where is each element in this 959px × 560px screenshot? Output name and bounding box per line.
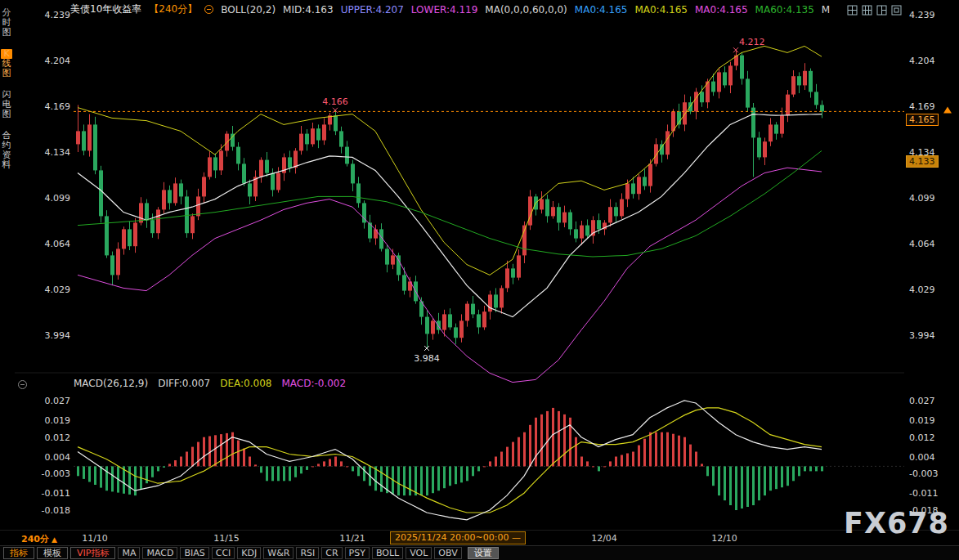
y-tick-label: -0.003 bbox=[42, 468, 70, 479]
macd-header-value: MACD:-0.002 bbox=[281, 378, 346, 389]
toolbar-tab-MA[interactable]: MA bbox=[118, 547, 140, 559]
boll_upper-line bbox=[78, 46, 822, 275]
collapse-indicator-icon[interactable] bbox=[18, 380, 27, 389]
y-tick-label: 4.099 bbox=[909, 193, 935, 204]
y-tick-label: 4.099 bbox=[45, 193, 71, 204]
toolbar-tab-指标[interactable]: 指标 bbox=[3, 547, 34, 559]
trading-terminal: 4.1664.2123.9844.2394.2394.2044.2044.169… bbox=[0, 0, 959, 560]
y-tick-label: 4.029 bbox=[45, 284, 71, 295]
y-tick-label: 4.134 bbox=[45, 147, 71, 158]
price-arrow-icon bbox=[943, 106, 952, 113]
y-tick-label: 0.004 bbox=[45, 452, 71, 463]
toolbar-tab-VIP指标[interactable]: VIP指标 bbox=[70, 547, 115, 559]
zoom-out-icon[interactable] bbox=[204, 5, 213, 14]
chart-canvas[interactable]: 4.1664.2123.9844.2394.2394.2044.2044.169… bbox=[0, 0, 959, 560]
boll_lower-line bbox=[78, 168, 822, 382]
indicator-value: MA0:4.165 bbox=[695, 4, 748, 16]
footer-period-badge[interactable]: 240分▲ bbox=[21, 533, 57, 545]
indicator-value: M bbox=[822, 4, 830, 16]
window-controls bbox=[847, 3, 902, 14]
indicator-value: LOWER:4.119 bbox=[411, 4, 478, 16]
y-tick-label: -0.011 bbox=[42, 488, 70, 499]
toolbar-tab-CCI[interactable]: CCI bbox=[212, 547, 235, 559]
y-tick-label: 4.169 bbox=[45, 101, 71, 112]
left-sidebar: 分时图K线图闪电图合约资料 bbox=[0, 8, 13, 170]
up-triangle-icon: ▲ bbox=[52, 535, 57, 544]
x-tick-label: 12/10 bbox=[711, 533, 737, 544]
toolbar-tab-BIAS[interactable]: BIAS bbox=[180, 547, 208, 559]
y-tick-label: -0.018 bbox=[909, 505, 938, 516]
y-tick-label: 3.994 bbox=[909, 330, 935, 341]
sidebar-tab-1[interactable]: K线图 bbox=[1, 49, 12, 78]
indicator-value: MA0:4.165 bbox=[575, 4, 628, 16]
price-annotation: 4.166 bbox=[322, 96, 348, 107]
sidebar-tab-3[interactable]: 合约资料 bbox=[1, 131, 12, 170]
candlestick-series bbox=[76, 50, 824, 348]
toolbar-tab-设置[interactable]: 设置 bbox=[468, 547, 499, 559]
price-annotation: 3.984 bbox=[414, 353, 440, 364]
y-tick-label: 3.994 bbox=[45, 330, 71, 341]
y-tick-label: -0.011 bbox=[909, 488, 938, 499]
y-tick-label: 0.027 bbox=[909, 396, 935, 406]
toolbar-tab-模板[interactable]: 模板 bbox=[37, 547, 68, 559]
macd-header-value: DIFF:0.007 bbox=[158, 378, 210, 389]
toolbar-tab-KDJ[interactable]: KDJ bbox=[237, 547, 261, 559]
indicator-value: MA(0,0,0,60,0,0) bbox=[485, 4, 567, 16]
y-tick-label: 4.029 bbox=[909, 284, 935, 295]
grid-2x2-icon[interactable] bbox=[847, 3, 858, 14]
footer-period-label: 240分 bbox=[21, 534, 49, 544]
ma60-line bbox=[78, 150, 822, 257]
y-tick-label: 0.019 bbox=[909, 415, 935, 426]
indicator-value: MA0:4.165 bbox=[634, 4, 688, 16]
y-tick-label: 4.169 bbox=[909, 101, 935, 112]
indicator-values: BOLL(20,2)MID:4.163UPPER:4.207LOWER:4.11… bbox=[221, 4, 837, 16]
indicator-value: MID:4.163 bbox=[283, 4, 334, 16]
grid-3x3-icon[interactable] bbox=[862, 3, 872, 14]
y-tick-label: 0.027 bbox=[45, 396, 71, 406]
toolbar-tab-CR[interactable]: CR bbox=[321, 547, 342, 559]
y-tick-label: -0.003 bbox=[909, 468, 938, 479]
fullscreen-icon[interactable] bbox=[891, 3, 902, 14]
x-tick-label: 11/21 bbox=[339, 533, 365, 544]
toolbar-tab-MACD[interactable]: MACD bbox=[142, 547, 177, 559]
ma-price-tag: 4.133 bbox=[906, 155, 939, 168]
bottom-toolbar: 指标模板VIP指标MAMACDBIASCCIKDJW&RRSICRPSYBOLL… bbox=[0, 545, 959, 560]
last-price-tag: 4.165 bbox=[906, 114, 939, 126]
y-tick-label: 0.012 bbox=[45, 432, 71, 443]
y-tick-label: 0.019 bbox=[45, 415, 71, 426]
macd-header-value: DEA:0.008 bbox=[220, 378, 271, 389]
instrument-title: 美债10年收益率 bbox=[70, 3, 141, 16]
split-panes-icon[interactable] bbox=[876, 3, 887, 14]
macd-header-value: MACD(26,12,9) bbox=[74, 378, 148, 389]
x-tick-label: 12/04 bbox=[591, 533, 617, 544]
indicator-value: MA60:4.135 bbox=[755, 4, 814, 16]
crosshair-time-box: 2025/11/24 20:00~00:00 — bbox=[390, 531, 526, 544]
chart-header: 美债10年收益率 【240分】 BOLL(20,2)MID:4.163UPPER… bbox=[70, 3, 837, 16]
y-tick-label: 4.204 bbox=[909, 56, 935, 66]
y-tick-label: -0.018 bbox=[42, 505, 70, 516]
macd-dea-line bbox=[78, 408, 822, 513]
toolbar-tab-BOLL[interactable]: BOLL bbox=[372, 547, 403, 559]
toolbar-tab-VOL[interactable]: VOL bbox=[406, 547, 432, 559]
time-axis: 240分▲ 11/1011/1511/2112/0412/102025/11/2… bbox=[0, 531, 959, 545]
macd-histogram bbox=[77, 408, 823, 510]
period-label: 【240分】 bbox=[149, 3, 197, 16]
y-tick-label: 0.012 bbox=[909, 432, 935, 443]
y-tick-label: 4.239 bbox=[909, 10, 935, 20]
y-tick-label: 4.064 bbox=[45, 239, 71, 249]
y-tick-label: 0.004 bbox=[909, 452, 935, 463]
toolbar-tab-PSY[interactable]: PSY bbox=[345, 547, 370, 559]
toolbar-tab-OBV[interactable]: OBV bbox=[434, 547, 461, 559]
price-annotation: 4.212 bbox=[739, 37, 765, 47]
toolbar-tab-W&R[interactable]: W&R bbox=[263, 547, 294, 559]
x-tick-label: 11/15 bbox=[213, 533, 240, 544]
y-tick-label: 4.239 bbox=[45, 10, 71, 20]
macd-header: MACD(26,12,9)DIFF:0.007DEA:0.008MACD:-0.… bbox=[74, 378, 346, 389]
sidebar-tab-0[interactable]: 分时图 bbox=[1, 8, 12, 38]
toolbar-tab-RSI[interactable]: RSI bbox=[296, 547, 319, 559]
y-tick-label: 4.204 bbox=[45, 56, 71, 66]
y-tick-label: 4.064 bbox=[909, 239, 935, 249]
indicator-value: UPPER:4.207 bbox=[341, 4, 404, 16]
sidebar-tab-2[interactable]: 闪电图 bbox=[1, 90, 12, 119]
x-tick-label: 11/10 bbox=[82, 533, 108, 544]
